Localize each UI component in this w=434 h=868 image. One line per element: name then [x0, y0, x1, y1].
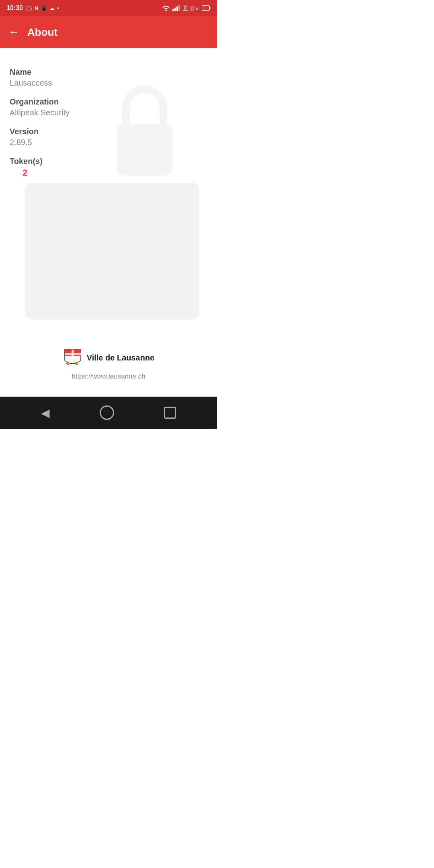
roaming-icon: R	[183, 6, 188, 11]
organization-label: Organization	[10, 97, 207, 106]
content-area: Name Lausaccess Organization Altipeak Se…	[0, 48, 217, 319]
svg-rect-2	[176, 6, 178, 11]
spacer	[0, 319, 217, 336]
tokens-label: Token(s)	[10, 157, 207, 166]
status-time: 10:30	[6, 4, 23, 12]
cloud-icon: ☁	[49, 5, 55, 11]
footer-url[interactable]: https://www.lausanne.ch	[72, 373, 145, 381]
whatsapp-icon: 📱	[41, 5, 47, 11]
version-label: Version	[10, 127, 207, 136]
footer-logo-row: 🦁 🦁 Ville de Lausanne	[63, 348, 155, 368]
wifi-icon	[162, 5, 170, 11]
svg-text:✕: ✕	[195, 6, 199, 11]
dot-icon: •	[57, 5, 59, 11]
svg-rect-3	[178, 5, 180, 11]
svg-rect-9	[210, 7, 211, 9]
netflix-icon: N	[35, 5, 38, 11]
svg-rect-12	[65, 353, 81, 355]
token-card	[25, 183, 199, 319]
app-bar: ← About	[0, 16, 217, 48]
page-title: About	[27, 26, 57, 39]
lausanne-crest-icon: 🦁 🦁	[63, 348, 83, 368]
nav-bar: ◀	[0, 397, 217, 429]
svg-rect-8	[203, 6, 206, 10]
status-icons: ◯ N 📱 ☁ •	[26, 5, 59, 11]
status-left: 10:30 ◯ N 📱 ☁ •	[6, 4, 59, 12]
spotify-icon: ◯	[26, 5, 32, 11]
status-bar: 10:30 ◯ N 📱 ☁ • R	[0, 0, 217, 16]
version-value: 2.89.5	[10, 138, 207, 147]
name-value: Lausaccess	[10, 78, 207, 88]
nav-back-button[interactable]: ◀	[41, 406, 50, 420]
nav-home-button[interactable]	[100, 405, 114, 420]
signal-icon	[172, 5, 180, 11]
nav-recents-button[interactable]	[164, 407, 176, 419]
signal-x-icon: ✕	[190, 5, 199, 11]
svg-text:🦁: 🦁	[66, 361, 70, 365]
status-right: R ✕	[162, 5, 211, 11]
footer: 🦁 🦁 Ville de Lausanne https://www.lausan…	[0, 336, 217, 389]
organization-value: Altipeak Security	[10, 108, 207, 117]
svg-rect-0	[172, 9, 174, 11]
svg-rect-4	[190, 6, 192, 11]
svg-rect-5	[192, 6, 194, 11]
tokens-value: 2	[23, 168, 207, 178]
back-button[interactable]: ←	[8, 27, 19, 38]
name-label: Name	[10, 68, 207, 77]
svg-rect-1	[174, 8, 176, 11]
city-name: Ville de Lausanne	[87, 353, 155, 362]
svg-text:🦁: 🦁	[75, 361, 79, 365]
battery-icon	[202, 5, 211, 11]
